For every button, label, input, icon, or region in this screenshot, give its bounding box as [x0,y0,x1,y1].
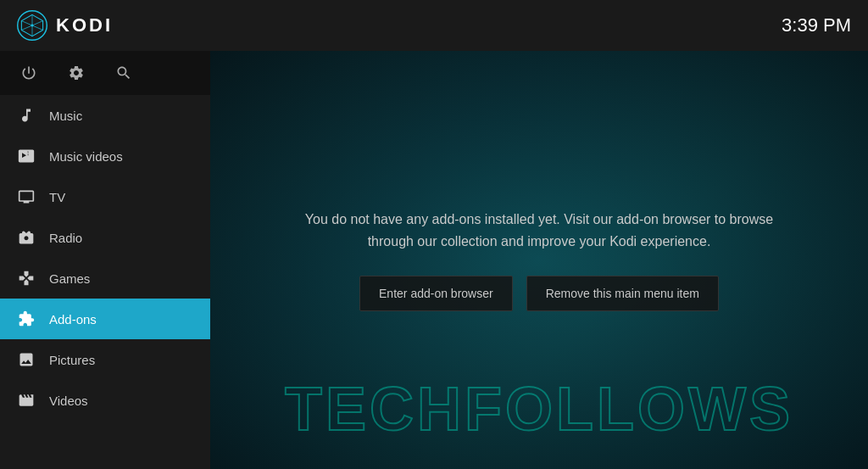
music-label: Music [49,109,82,123]
content-inner: You do not have any add-ons installed ye… [285,209,793,311]
sidebar-item-add-ons[interactable]: Add-ons [0,299,210,339]
sidebar-item-radio[interactable]: Radio [0,217,210,258]
sidebar: Music Music videos TV Radio [0,51,210,469]
app-header: KODI 3:39 PM [0,0,868,51]
svg-point-8 [31,25,34,27]
pictures-label: Pictures [49,353,95,367]
pictures-icon [17,350,36,369]
tv-icon [17,187,36,206]
games-icon [17,269,36,288]
svg-line-3 [32,21,43,25]
svg-line-2 [21,21,32,25]
kodi-logo-icon [17,10,47,41]
sidebar-item-pictures[interactable]: Pictures [0,339,210,380]
settings-gear-icon [68,64,85,81]
main-layout: Music Music videos TV Radio [0,51,868,469]
videos-icon [17,391,36,410]
settings-button[interactable] [64,61,88,85]
techfollows-watermark: TECHFOLLOWS [285,374,793,444]
sidebar-item-videos[interactable]: Videos [0,380,210,421]
svg-line-4 [32,25,43,30]
sidebar-item-tv[interactable]: TV [0,176,210,217]
no-addons-message: You do not have any add-ons installed ye… [285,209,793,252]
music-videos-label: Music videos [49,149,123,164]
music-video-icon [17,147,36,165]
tv-label: TV [49,190,65,204]
radio-label: Radio [49,231,82,245]
power-button[interactable] [17,61,41,85]
content-area: You do not have any add-ons installed ye… [210,51,868,469]
watermark-text: TECHFOLLOWS [285,374,793,444]
add-ons-label: Add-ons [49,312,97,327]
sidebar-item-music[interactable]: Music [0,95,210,136]
app-title: KODI [56,14,113,36]
content-buttons: Enter add-on browser Remove this main me… [359,276,719,311]
power-icon [20,64,37,81]
add-ons-icon [17,310,36,328]
sidebar-top-icons [0,51,210,95]
sidebar-item-music-videos[interactable]: Music videos [0,136,210,176]
clock-display: 3:39 PM [782,14,851,36]
logo-area: KODI [17,10,113,41]
enter-browser-button[interactable]: Enter add-on browser [359,276,513,311]
videos-label: Videos [49,394,88,408]
radio-icon [17,228,36,247]
music-icon [17,106,36,125]
sidebar-item-games[interactable]: Games [0,258,210,299]
search-button[interactable] [112,61,136,85]
search-icon [115,64,132,81]
remove-menu-item-button[interactable]: Remove this main menu item [526,276,719,311]
games-label: Games [49,271,90,286]
svg-line-5 [21,25,32,30]
sidebar-nav: Music Music videos TV Radio [0,95,210,469]
